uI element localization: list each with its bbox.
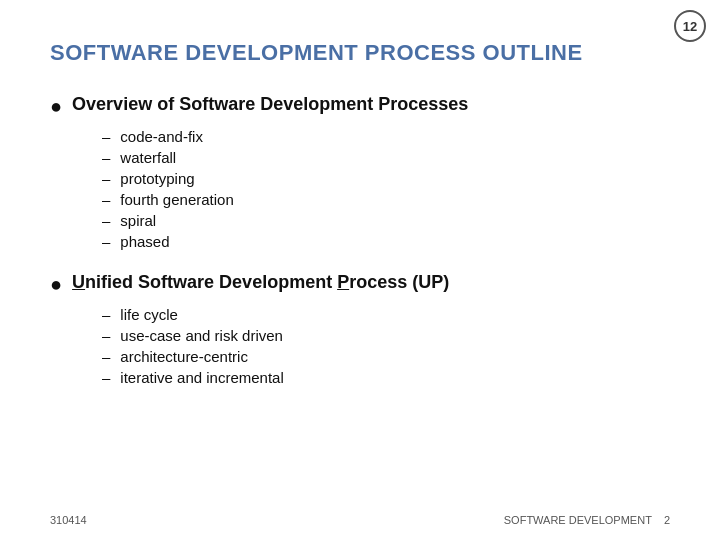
sub-dash: – [102, 348, 110, 365]
slide: 12 SOFTWARE DEVELOPMENT PROCESS OUTLINE … [0, 0, 720, 540]
sub-bullets-1: – code-and-fix – waterfall – prototyping… [102, 128, 670, 250]
sub-bullet-text: fourth generation [120, 191, 233, 208]
footer-page-number: 2 [664, 514, 670, 526]
main-bullet-1: ● Overview of Software Development Proce… [50, 94, 670, 118]
slide-number-badge: 12 [674, 10, 706, 42]
sub-bullet-1-1: – code-and-fix [102, 128, 670, 145]
sub-bullet-text: iterative and incremental [120, 369, 283, 386]
sub-bullet-text: life cycle [120, 306, 178, 323]
main-bullet-text-2: Unified Software Development Process (UP… [72, 272, 449, 293]
sub-bullet-2-4: – iterative and incremental [102, 369, 670, 386]
sub-bullet-text: spiral [120, 212, 156, 229]
sub-bullet-text: waterfall [120, 149, 176, 166]
bullet-section-2: ● Unified Software Development Process (… [50, 272, 670, 386]
sub-bullet-text: phased [120, 233, 169, 250]
sub-dash: – [102, 170, 110, 187]
sub-dash: – [102, 128, 110, 145]
sub-bullet-1-4: – fourth generation [102, 191, 670, 208]
footer-label: SOFTWARE DEVELOPMENT [504, 514, 652, 526]
sub-bullet-text: prototyping [120, 170, 194, 187]
slide-number: 12 [683, 19, 697, 34]
footer-course-code: 310414 [50, 514, 87, 526]
sub-bullet-2-2: – use-case and risk driven [102, 327, 670, 344]
sub-bullet-text: code-and-fix [120, 128, 203, 145]
slide-title: SOFTWARE DEVELOPMENT PROCESS OUTLINE [50, 40, 670, 66]
bullet-section-1: ● Overview of Software Development Proce… [50, 94, 670, 250]
sub-bullet-text: use-case and risk driven [120, 327, 283, 344]
sub-dash: – [102, 327, 110, 344]
sub-bullet-1-5: – spiral [102, 212, 670, 229]
sub-dash: – [102, 306, 110, 323]
bullet-dot-1: ● [50, 95, 62, 118]
footer: 310414 SOFTWARE DEVELOPMENT 2 [50, 514, 670, 526]
footer-right: SOFTWARE DEVELOPMENT 2 [504, 514, 670, 526]
sub-bullet-2-1: – life cycle [102, 306, 670, 323]
sub-dash: – [102, 233, 110, 250]
sub-bullet-1-6: – phased [102, 233, 670, 250]
sub-dash: – [102, 191, 110, 208]
sub-bullet-1-3: – prototyping [102, 170, 670, 187]
sub-dash: – [102, 149, 110, 166]
sub-bullet-text: architecture-centric [120, 348, 248, 365]
main-bullet-2: ● Unified Software Development Process (… [50, 272, 670, 296]
sub-bullets-2: – life cycle – use-case and risk driven … [102, 306, 670, 386]
sub-dash: – [102, 212, 110, 229]
bullet-dot-2: ● [50, 273, 62, 296]
sub-bullet-2-3: – architecture-centric [102, 348, 670, 365]
sub-bullet-1-2: – waterfall [102, 149, 670, 166]
sub-dash: – [102, 369, 110, 386]
main-bullet-text-1: Overview of Software Development Process… [72, 94, 468, 115]
